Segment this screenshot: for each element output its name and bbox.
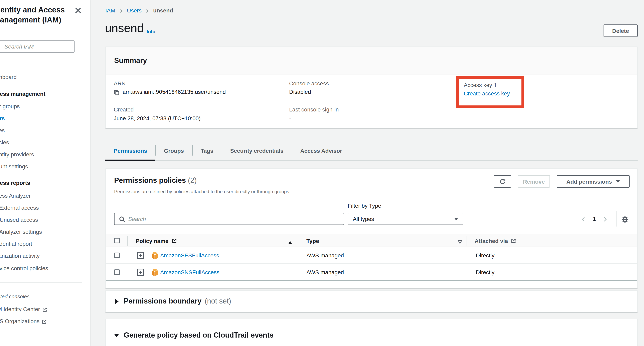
sidebar-item-account-settings[interactable]: Account settings — [0, 162, 28, 170]
pager-divider — [616, 211, 617, 226]
tab-security-credentials[interactable]: Security credentials — [222, 141, 292, 160]
tab-access-advisor[interactable]: Access Advisor — [292, 141, 351, 160]
external-link-icon — [42, 306, 47, 312]
column-header-type[interactable]: Type — [306, 234, 319, 247]
sidebar: Identity and Access Management (IAM) Das… — [0, 0, 90, 346]
page-number[interactable]: 1 — [593, 216, 596, 222]
sidebar-divider — [0, 282, 82, 283]
sidebar-item-external-access[interactable]: External access — [0, 204, 39, 212]
tab-groups[interactable]: Groups — [156, 141, 192, 160]
sidebar-item-policies[interactable]: Policies — [0, 138, 9, 146]
sidebar-item-roles[interactable]: Roles — [0, 126, 5, 134]
cloudtrail-title: Generate policy based on CloudTrail even… — [124, 331, 274, 339]
chevron-right-icon — [119, 7, 123, 14]
sidebar-section-access-reports: Access reports — [0, 179, 30, 187]
copy-icon[interactable] — [114, 89, 120, 95]
sidebar-item-identity-providers[interactable]: Identity providers — [0, 150, 34, 158]
arn-label: ARN — [114, 80, 126, 87]
gear-icon[interactable] — [622, 216, 628, 223]
chevron-right-icon — [145, 7, 150, 14]
sidebar-item-users[interactable]: Users — [0, 114, 5, 122]
policy-search-input[interactable] — [114, 213, 344, 225]
breadcrumb-current: unsend — [153, 7, 173, 14]
search-icon — [119, 216, 125, 223]
caret-down-icon — [616, 180, 620, 183]
row-checkbox[interactable] — [114, 269, 120, 275]
external-link-icon — [511, 238, 516, 244]
sidebar-item-service-control-policies[interactable]: Service control policies — [0, 264, 48, 272]
permissions-policies-count: (2) — [188, 176, 197, 184]
search-iam-input[interactable] — [0, 41, 74, 53]
summary-header: Summary — [106, 47, 637, 75]
delete-button[interactable]: Delete — [604, 25, 638, 37]
summary-column-divider — [285, 79, 285, 124]
sort-ascending-icon[interactable] — [288, 239, 292, 245]
column-header-policy-name[interactable]: Policy name — [136, 234, 177, 247]
console-access-value: Disabled — [289, 89, 311, 95]
row-checkbox[interactable] — [114, 253, 120, 258]
sidebar-item-access-analyzer[interactable]: Access Analyzer — [0, 192, 31, 200]
sidebar-item-unused-access[interactable]: Unused access — [0, 216, 38, 224]
info-link[interactable]: Info — [146, 29, 156, 35]
access-key-label: Access key 1 — [464, 81, 522, 89]
next-page-icon[interactable] — [602, 216, 608, 222]
sidebar-item-organization-activity[interactable]: Organization activity — [0, 252, 40, 260]
sidebar-section-access-management: Access management — [0, 90, 46, 98]
policy-attached-via: Directly — [476, 264, 494, 281]
filter-triangle-icon[interactable] — [457, 238, 462, 245]
sidebar-item-dashboard[interactable]: Dashboard — [0, 73, 16, 81]
sidebar-item-label: IAM Identity Center — [0, 306, 40, 312]
tab-permissions[interactable]: Permissions — [105, 141, 156, 160]
sidebar-item-user-groups[interactable]: User groups — [0, 102, 20, 110]
type-filter-dropdown[interactable]: All types — [348, 213, 464, 225]
type-filter-value: All types — [353, 216, 374, 222]
table-row: + AmazonSNSFullAccess AWS managed Direct… — [106, 264, 637, 281]
expand-row-button[interactable]: + — [137, 252, 144, 259]
sidebar-section-related-consoles: Related consoles — [0, 293, 30, 301]
sidebar-item-iam-identity-center[interactable]: IAM Identity Center — [0, 305, 47, 313]
refresh-button[interactable] — [494, 175, 511, 188]
add-permissions-button[interactable]: Add permissions — [557, 175, 630, 188]
permissions-policies-title: Permissions policies (2) — [114, 176, 197, 185]
column-header-attached-via[interactable]: Attached via — [474, 234, 516, 247]
collapse-triangle-icon[interactable] — [114, 334, 119, 337]
created-label: Created — [114, 106, 134, 113]
expand-row-button[interactable]: + — [137, 269, 144, 276]
tab-tags[interactable]: Tags — [192, 141, 222, 160]
create-access-key-link[interactable]: Create access key — [464, 89, 522, 98]
annotation-highlight-box: Access key 1 Create access key — [456, 76, 524, 108]
filter-by-type-label: Filter by Type — [348, 202, 381, 209]
permissions-boundary-title: Permissions boundary — [124, 297, 202, 305]
column-label: Policy name — [136, 238, 168, 244]
external-link-icon — [171, 238, 177, 244]
column-label: Attached via — [474, 238, 508, 244]
sidebar-item-credential-report[interactable]: Credential report — [0, 240, 32, 248]
remove-button[interactable]: Remove — [518, 175, 550, 188]
permissions-boundary-card[interactable]: Permissions boundary (not set) — [105, 290, 638, 312]
cloudtrail-card[interactable]: Generate policy based on CloudTrail even… — [105, 319, 638, 346]
column-divider — [127, 236, 128, 246]
pagination: 1 — [581, 213, 608, 225]
console-access-label: Console access — [289, 80, 329, 87]
policy-name-link[interactable]: AmazonSESFullAccess — [160, 252, 219, 259]
permissions-policies-title-text: Permissions policies — [114, 176, 186, 184]
table-row: + AmazonSESFullAccess AWS managed Direct… — [106, 247, 637, 264]
previous-page-icon[interactable] — [581, 216, 586, 222]
sidebar-item-label: AWS Organizations — [0, 318, 40, 324]
permissions-policies-card: Permissions policies (2) Permissions are… — [105, 168, 638, 288]
last-signin-label: Last console sign-in — [289, 106, 339, 113]
policy-name-link[interactable]: AmazonSNSFullAccess — [160, 269, 220, 275]
breadcrumb-users[interactable]: Users — [127, 7, 142, 14]
add-permissions-label: Add permissions — [566, 178, 612, 185]
sidebar-item-aws-organizations[interactable]: AWS Organizations — [0, 317, 47, 325]
table-header: Policy name Type Attached via — [106, 234, 637, 247]
policy-type: AWS managed — [306, 247, 344, 264]
arn-value: arn:aws:iam::905418462135:user/unsend — [114, 89, 226, 95]
iam-user-page: Identity and Access Management (IAM) Das… — [0, 0, 644, 346]
sidebar-item-analyzer-settings[interactable]: Analyzer settings — [0, 228, 42, 236]
expand-triangle-icon[interactable] — [115, 299, 118, 304]
select-all-checkbox[interactable] — [114, 238, 120, 243]
close-icon[interactable] — [74, 7, 82, 14]
breadcrumb-iam[interactable]: IAM — [105, 7, 115, 14]
tab-bar: Permissions Groups Tags Security credent… — [105, 141, 638, 161]
